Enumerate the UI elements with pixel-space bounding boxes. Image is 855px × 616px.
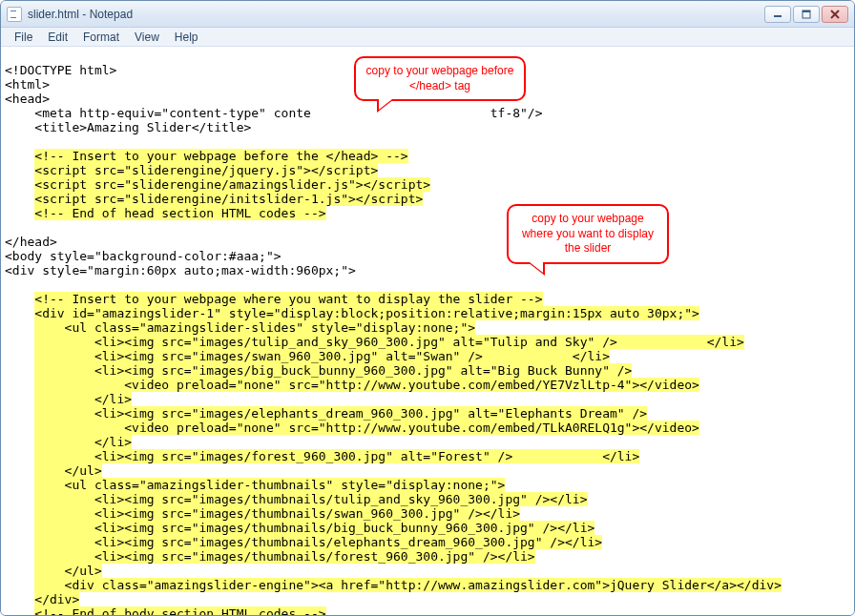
highlight-body: <li><img src="images/elephants_dream_960…	[34, 406, 647, 421]
highlight-head: <script src="sliderengine/amazingslider.…	[34, 177, 430, 192]
code-line: <meta http-equiv="content-type" conte tf…	[5, 106, 543, 120]
highlight-body: <ul class="amazingslider-thumbnails" sty…	[34, 478, 505, 492]
highlight-body: <video preload="none" src="http://www.yo…	[34, 421, 699, 435]
highlight-body: <li><img src="images/thumbnails/elephant…	[34, 535, 602, 549]
code-line: <title>Amazing Slider</title>	[5, 120, 251, 134]
callout-tail-icon	[377, 99, 394, 113]
code-line: <div style="margin:60px auto;max-width:9…	[5, 263, 356, 277]
highlight-body: <li><img src="images/thumbnails/tulip_an…	[34, 492, 587, 506]
menu-view[interactable]: View	[127, 29, 167, 46]
minimize-button[interactable]	[764, 6, 791, 23]
highlight-body: <!-- Insert to your webpage where you wa…	[34, 292, 542, 306]
code-line: <!DOCTYPE html>	[5, 63, 116, 77]
highlight-body: </ul>	[34, 564, 101, 578]
window-title: slider.html - Notepad	[28, 8, 133, 21]
text-area[interactable]: <!DOCTYPE html> <html> <head> <meta http…	[1, 47, 854, 615]
highlight-body: <li><img src="images/thumbnails/forest_9…	[34, 549, 534, 564]
highlight-body: <div class="amazingslider-engine"><a hre…	[34, 578, 782, 592]
highlight-body: <li><img src="images/tulip_and_sky_960_3…	[34, 335, 744, 349]
highlight-body: <li><img src="images/thumbnails/swan_960…	[34, 506, 520, 521]
highlight-head: <!-- Insert to your webpage before the <…	[34, 149, 407, 163]
highlight-body: </ul>	[34, 463, 101, 478]
titlebar[interactable]: slider.html - Notepad	[1, 1, 854, 28]
menu-edit[interactable]: Edit	[40, 29, 75, 46]
highlight-head: <script src="sliderengine/initslider-1.j…	[34, 192, 423, 206]
highlight-body: <li><img src="images/thumbnails/big_buck…	[34, 521, 594, 535]
callout-text: copy to your webpage where you want to d…	[522, 212, 654, 255]
notepad-window: slider.html - Notepad File Edit Format V…	[0, 0, 855, 616]
highlight-body: <!-- End of body section HTML codes -->	[34, 606, 325, 615]
maximize-button[interactable]	[793, 6, 820, 23]
code-line: <head>	[5, 92, 50, 106]
highlight-body: <li><img src="images/forest_960_300.jpg"…	[34, 449, 639, 463]
code-line: </head>	[5, 235, 57, 249]
code-line: <html>	[5, 77, 50, 92]
highlight-head: <!-- End of head section HTML codes -->	[34, 206, 325, 220]
highlight-body: <ul class="amazingslider-slides" style="…	[34, 320, 475, 335]
highlight-body: <div id="amazingslider-1" style="display…	[34, 306, 699, 320]
highlight-body: <li><img src="images/big_buck_bunny_960_…	[34, 363, 632, 378]
menu-file[interactable]: File	[7, 29, 40, 46]
code-line	[5, 134, 34, 149]
highlight-body: <li><img src="images/swan_960_300.jpg" a…	[34, 349, 610, 363]
highlight-body: <video preload="none" src="http://www.yo…	[34, 378, 699, 392]
highlight-head: <script src="sliderengine/jquery.js"></s…	[34, 163, 378, 177]
highlight-body: </li>	[34, 435, 132, 449]
callout-text: copy to your webpage before </head> tag	[366, 64, 514, 92]
notepad-icon	[7, 7, 22, 22]
menubar: File Edit Format View Help	[1, 28, 854, 47]
callout-body: copy to your webpage where you want to d…	[507, 204, 669, 264]
close-button[interactable]	[822, 6, 848, 23]
highlight-body: </div>	[34, 592, 79, 606]
menu-help[interactable]: Help	[167, 29, 206, 46]
code-line: <body style="background-color:#aaa;">	[5, 249, 282, 263]
callout-head: copy to your webpage before </head> tag	[354, 56, 526, 101]
callout-tail-icon	[528, 262, 545, 276]
highlight-body: </li>	[34, 392, 132, 406]
menu-format[interactable]: Format	[75, 29, 127, 46]
